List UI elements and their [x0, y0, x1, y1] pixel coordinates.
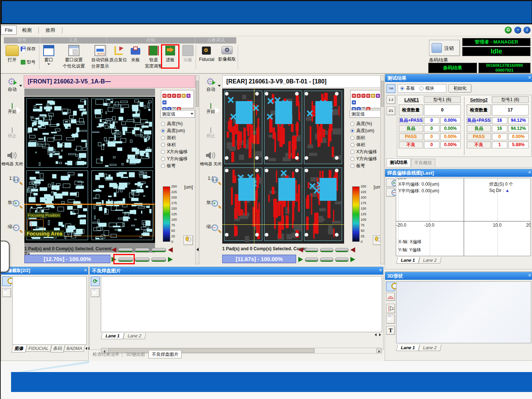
bad-pads-save-button[interactable] [91, 288, 100, 297]
toggle-a-button[interactable]: A [167, 94, 171, 98]
save-button[interactable]: 保存 [21, 46, 35, 52]
auto-split-button[interactable]: AUTO 自动切换 分屏显示 [89, 45, 111, 69]
tab-fiducial[interactable]: FIDUCIAL [25, 345, 51, 352]
menu-utility[interactable]: 效用 [42, 25, 59, 35]
option-height-um[interactable]: 高度(um) [161, 127, 188, 134]
toggle-h2-button[interactable]: H [352, 100, 356, 104]
close-icon[interactable]: × [528, 170, 531, 175]
menu-inspect[interactable]: 检测 [18, 25, 35, 35]
tab-badmark[interactable]: BADMA [64, 345, 85, 352]
capture-select-button[interactable] [2, 276, 11, 286]
tab-lane1[interactable]: Lane 1 [396, 257, 420, 264]
toggle-a-button[interactable]: A [357, 94, 361, 98]
front-panel-scrollbar[interactable] [195, 75, 199, 264]
split-21-button[interactable]: 2/1 [387, 106, 395, 115]
splitter-arrow-icon[interactable] [196, 248, 199, 251]
auto-dropdown-icon[interactable] [218, 85, 221, 87]
tab-lane2[interactable]: Lane 2 [418, 345, 441, 351]
shape3d-profile-button[interactable] [386, 293, 395, 301]
radio-module[interactable]: 模块 [419, 85, 434, 92]
shape3d-select-button[interactable] [386, 282, 395, 291]
offset-scatter-chart[interactable]: 20.0 X平均偏移: 0.00(um) Y平均偏移: 0.00(um) 焊盘(… [396, 178, 531, 256]
option-height-um[interactable]: 高度(um) [350, 127, 377, 134]
option-y-offset[interactable]: Y方向偏移 [350, 155, 377, 162]
rear-zoom-out-button[interactable]: − 缩小 [199, 224, 222, 230]
option-x-offset[interactable]: X方向偏移 [161, 148, 188, 155]
rear-pcb-image[interactable] [222, 89, 344, 244]
front-auto-button[interactable]: ⚙ 自动 [1, 77, 24, 93]
front-pcb-image[interactable]: Focusing Position Focusing Area [24, 97, 155, 243]
tab-lane2[interactable]: Lane 2 [123, 333, 146, 339]
toggle-h-button[interactable]: H [352, 94, 356, 98]
chart-zoom-out-button[interactable]: − [386, 188, 395, 197]
toggle-s-button[interactable]: S [376, 94, 380, 98]
auto-dropdown-icon[interactable] [19, 85, 22, 87]
origin-reset-button[interactable]: 原点复位 [109, 45, 128, 63]
chart-zoom-in-button[interactable]: + [386, 179, 395, 187]
shape-3d-view[interactable] [396, 281, 531, 343]
capture-save-button[interactable] [2, 288, 11, 297]
rear-start-button[interactable]: 开始 [199, 103, 222, 115]
tab-ng-summary[interactable]: 不良概括 [411, 159, 435, 167]
option-height-pct[interactable]: 高度(%) [161, 120, 188, 127]
info-icon[interactable]: i [524, 27, 531, 34]
tab-3d-profile[interactable]: 3D侧面图 [124, 351, 147, 358]
model-button[interactable]: 型号 [21, 59, 35, 65]
shape3d-text-button[interactable]: T [386, 326, 395, 335]
front-zoom-in-button[interactable]: + 放大 [1, 199, 24, 206]
menu-file[interactable]: File [1, 25, 17, 35]
tab-lane2[interactable]: Lane 2 [418, 257, 441, 264]
front-1to1-button[interactable]: 1:1 1:1 [1, 176, 24, 181]
tab-bad-pads-images[interactable]: 不良焊盘图片 [148, 351, 182, 358]
option-height-pct[interactable]: 高度(%) [350, 120, 377, 127]
toggle-h2-button[interactable]: H [162, 100, 167, 104]
side-drawer-handle[interactable] [0, 241, 10, 272]
shape3d-save-button[interactable] [386, 315, 395, 324]
toggle-o-button[interactable]: O [366, 94, 370, 98]
rear-zoom-in-button[interactable]: + 放大 [199, 199, 222, 206]
close-icon[interactable]: × [528, 273, 531, 278]
radio-board[interactable]: 基板 [400, 85, 415, 92]
window-button[interactable]: 窗口 [41, 45, 56, 65]
close-icon[interactable]: × [528, 75, 531, 80]
option-area[interactable]: 面积 [350, 134, 377, 141]
front-buzzer-button[interactable]: 蜂鸣器 关闭 [1, 151, 24, 167]
tab-scroll-left-icon[interactable] [85, 347, 87, 350]
toggle-v-button[interactable]: V [361, 94, 365, 98]
open-button[interactable]: 打开 [4, 45, 20, 63]
toggle-b-button[interactable]: B [182, 94, 186, 98]
clamp-button[interactable]: 夹板 [128, 45, 143, 63]
clock-icon[interactable]: ◔ [514, 27, 521, 34]
toggle-s-button[interactable]: S [186, 94, 191, 98]
close-icon[interactable]: × [84, 268, 87, 273]
option-warp[interactable]: 板弯 [161, 162, 188, 169]
close-icon[interactable]: × [379, 268, 382, 273]
rail-width-button[interactable]: 轨道 宽度调整 [144, 45, 163, 69]
rear-panel-scrollbar[interactable] [380, 75, 384, 264]
capture-view[interactable] [12, 276, 87, 345]
green-badge-icon[interactable]: G [505, 27, 512, 34]
tab-scroll-right-icon[interactable] [379, 333, 381, 336]
front-zoom-out-button[interactable]: − 缩小 [1, 224, 24, 230]
toggle-b-button[interactable]: B [371, 94, 375, 98]
toggle-v-button[interactable]: V [172, 94, 176, 98]
split-12-button[interactable]: 1 2 [387, 95, 395, 104]
option-y-offset[interactable]: Y方向偏移 [161, 155, 188, 162]
rear-buzzer-button[interactable]: 蜂鸣器 关闭 [199, 151, 222, 167]
logout-button[interactable]: 注销 [429, 40, 460, 56]
window-settings-button[interactable]: 窗口设置 个性化设置 [59, 45, 89, 69]
refresh-button[interactable]: ⟳ [91, 276, 100, 286]
initialize-button[interactable]: 初始化 [449, 84, 471, 93]
fiducial-button[interactable]: Fiducial [198, 45, 216, 62]
tab-view-button[interactable]: TAB [387, 84, 395, 93]
rear-auto-button[interactable]: ⚙ 自动 [199, 77, 222, 93]
board-in-button[interactable]: 进板 [162, 45, 178, 63]
rear-1to1-button[interactable]: 1:1 1:1 [199, 176, 222, 181]
bad-pads-view[interactable] [101, 276, 382, 332]
tab-lane1[interactable]: Lane 1 [101, 333, 124, 339]
tab-lane1[interactable]: Lane 1 [396, 345, 420, 351]
shape3d-cursor-button[interactable] [386, 304, 395, 313]
option-x-offset[interactable]: X方向偏移 [350, 148, 377, 155]
tab-test-results[interactable]: 测试结果 [387, 158, 411, 166]
option-volume[interactable]: 体积 [350, 141, 377, 148]
